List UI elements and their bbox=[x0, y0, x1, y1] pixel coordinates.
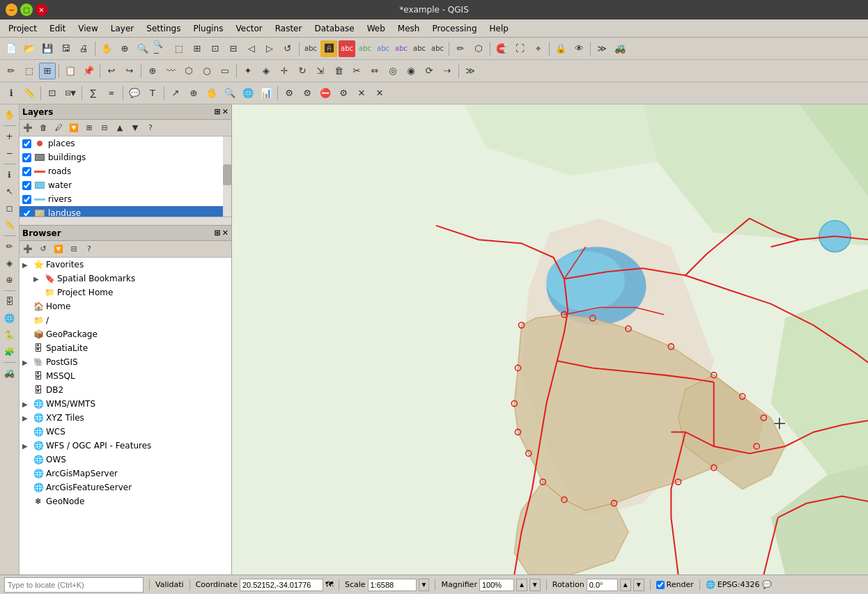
layer-item-buildings[interactable]: buildings bbox=[20, 150, 231, 164]
field-calc-button[interactable]: ∑ bbox=[85, 85, 102, 102]
menu-item-help[interactable]: Help bbox=[484, 22, 514, 35]
layers-filter-button[interactable]: 🔽 bbox=[67, 121, 81, 135]
menu-item-project[interactable]: Project bbox=[3, 22, 42, 35]
digitize-btn1[interactable]: ✏ bbox=[452, 40, 469, 57]
eye-button[interactable]: 👁 bbox=[571, 40, 587, 57]
open-project-button[interactable]: 📂 bbox=[21, 40, 38, 57]
rubber-band-button[interactable]: ⬚ bbox=[171, 40, 187, 57]
browser-item-wms[interactable]: ▶ 🌐 WMS/WMTS bbox=[20, 397, 231, 411]
annotation-btn[interactable]: 💬 bbox=[126, 85, 143, 102]
menu-item-database[interactable]: Database bbox=[309, 22, 359, 35]
browser-collapse-button[interactable]: ⊟ bbox=[67, 242, 81, 256]
crs-status[interactable]: 🌐 EPSG:4326 💬 bbox=[706, 580, 772, 589]
scale-input[interactable] bbox=[368, 579, 417, 591]
vertex-tool-button[interactable]: ✦ bbox=[240, 63, 256, 79]
plugin-ltb-button[interactable]: 🧩 bbox=[2, 344, 17, 359]
move-tool-button[interactable]: ✛ bbox=[276, 63, 293, 79]
zoom-select-btn[interactable]: 🔍 bbox=[222, 85, 238, 102]
digitize-line-button[interactable]: 〰 bbox=[162, 63, 179, 79]
digitize-circle-button[interactable]: ○ bbox=[199, 63, 215, 79]
more-btn[interactable]: ≫ bbox=[594, 40, 610, 57]
stat-button[interactable]: ≡ bbox=[103, 85, 120, 102]
browser-item-db2[interactable]: ▶ 🗄 DB2 bbox=[20, 383, 231, 397]
browser-item-wfs[interactable]: ▶ 🌐 WFS / OGC API - Features bbox=[20, 439, 231, 453]
process-btn3[interactable]: ⛔ bbox=[317, 85, 334, 102]
script-ltb-button[interactable]: 🐍 bbox=[2, 327, 17, 343]
browser-add-button[interactable]: ➕ bbox=[21, 242, 35, 256]
maximize-button[interactable]: □ bbox=[20, 3, 32, 16]
node-ltb-button[interactable]: ◈ bbox=[2, 256, 17, 271]
rotation-up-button[interactable]: ▲ bbox=[620, 579, 631, 591]
menu-item-processing[interactable]: Processing bbox=[426, 22, 482, 35]
zoom-full-button[interactable]: ⊞ bbox=[189, 40, 206, 57]
edit-ltb-button[interactable]: ✏ bbox=[2, 239, 17, 254]
identify-button[interactable]: ℹ bbox=[3, 85, 20, 102]
zoom-out-button[interactable]: 🔍− bbox=[153, 40, 169, 57]
menu-item-edit[interactable]: Edit bbox=[44, 22, 71, 35]
select-ltb-button[interactable]: ↖ bbox=[2, 184, 17, 199]
layer-checkbox-places[interactable] bbox=[22, 139, 31, 148]
browser-filter-button[interactable]: 🔽 bbox=[52, 242, 65, 256]
render-checkbox[interactable] bbox=[656, 581, 665, 589]
layer-diagram-btn[interactable]: 📊 bbox=[258, 85, 274, 102]
expand-favorites[interactable]: ▶ bbox=[22, 261, 31, 269]
process-btn6[interactable]: ✕ bbox=[371, 85, 388, 102]
layer-item-roads[interactable]: roads bbox=[20, 164, 231, 178]
extra-ltb-button[interactable]: 🚜 bbox=[2, 366, 17, 381]
menu-item-layer[interactable]: Layer bbox=[105, 22, 139, 35]
browser-item-wcs[interactable]: ▶ 🌐 WCS bbox=[20, 425, 231, 439]
layers-remove-button[interactable]: 🗑 bbox=[36, 121, 50, 135]
browser-item-xyz[interactable]: ▶ 🌐 XYZ Tiles bbox=[20, 411, 231, 425]
redo-button[interactable]: ↪ bbox=[121, 63, 138, 79]
menu-item-web[interactable]: Web bbox=[362, 22, 391, 35]
layers-float-button[interactable]: ⊞ bbox=[215, 107, 221, 116]
browser-item-spatialite[interactable]: ▶ 🗄 SpatiaLite bbox=[20, 341, 231, 355]
digitize-rect-button[interactable]: ▭ bbox=[217, 63, 233, 79]
layers-collapse-button[interactable]: ⊟ bbox=[98, 121, 111, 135]
rotation-down-button[interactable]: ▼ bbox=[633, 579, 644, 591]
menu-item-view[interactable]: View bbox=[72, 22, 103, 35]
label-btn1[interactable]: abc bbox=[302, 40, 319, 57]
zoom-out-ltb-button[interactable]: − bbox=[2, 146, 17, 161]
browser-item-geopackage[interactable]: ▶ 📦 GeoPackage bbox=[20, 327, 231, 341]
process-btn4[interactable]: ⚙ bbox=[335, 85, 352, 102]
process-btn5[interactable]: ✕ bbox=[353, 85, 370, 102]
layers-help-button[interactable]: ? bbox=[144, 121, 157, 135]
expand-postgis[interactable]: ▶ bbox=[22, 359, 31, 366]
pan-tool-btn[interactable]: 🖐 bbox=[203, 85, 220, 102]
layer-checkbox-buildings[interactable] bbox=[22, 153, 31, 162]
browser-item-postgis[interactable]: ▶ 🐘 PostGIS bbox=[20, 355, 231, 369]
rotation-input[interactable] bbox=[587, 579, 618, 591]
ring-tool-button[interactable]: ◎ bbox=[385, 63, 401, 79]
digitize-btn2[interactable]: ⬡ bbox=[470, 40, 487, 57]
zoom-layer-btn2[interactable]: 🌐 bbox=[240, 85, 256, 102]
magnifier-input[interactable] bbox=[479, 579, 514, 591]
label-btn7[interactable]: abc bbox=[411, 40, 428, 57]
map-tip-btn[interactable]: ⊕ bbox=[185, 85, 202, 102]
browser-close-button[interactable]: ✕ bbox=[222, 228, 228, 237]
snap-btn2[interactable]: ⛶ bbox=[511, 40, 528, 57]
scale-dropdown-button[interactable]: ▼ bbox=[419, 579, 430, 591]
more2-btn[interactable]: ≫ bbox=[462, 63, 479, 79]
expand-wfs[interactable]: ▶ bbox=[22, 442, 31, 450]
split-tool-button[interactable]: ✂ bbox=[348, 63, 365, 79]
digitize-point-button[interactable]: ⊕ bbox=[144, 63, 161, 79]
layers-scrollbar[interactable] bbox=[223, 136, 231, 217]
print-button[interactable]: 🖨 bbox=[75, 40, 92, 57]
browser-item-geonode[interactable]: ▶ ❄ GeoNode bbox=[20, 494, 231, 508]
render-status[interactable]: Render bbox=[656, 580, 694, 589]
label-btn5[interactable]: abc bbox=[375, 40, 392, 57]
coordinate-input[interactable] bbox=[240, 579, 323, 591]
label-btn6[interactable]: abc bbox=[393, 40, 410, 57]
zoom-in-button[interactable]: 🔍 bbox=[134, 40, 151, 57]
select-active-button[interactable]: ⊞ bbox=[39, 63, 56, 79]
close-button[interactable]: ✕ bbox=[36, 3, 47, 16]
refresh-button[interactable]: ↺ bbox=[279, 40, 296, 57]
browser-item-arcgis-feature[interactable]: ▶ 🌐 ArcGisFeatureServer bbox=[20, 480, 231, 494]
digitize-poly-button[interactable]: ⬡ bbox=[180, 63, 197, 79]
db-ltb-button[interactable]: 🗄 bbox=[2, 294, 17, 309]
browser-item-mssql[interactable]: ▶ 🗄 MSSQL bbox=[20, 369, 231, 383]
minimize-button[interactable]: − bbox=[6, 3, 17, 16]
layer-item-water[interactable]: water bbox=[20, 178, 231, 192]
browser-item-project-home[interactable]: ▶ 📁 Project Home bbox=[20, 286, 231, 299]
